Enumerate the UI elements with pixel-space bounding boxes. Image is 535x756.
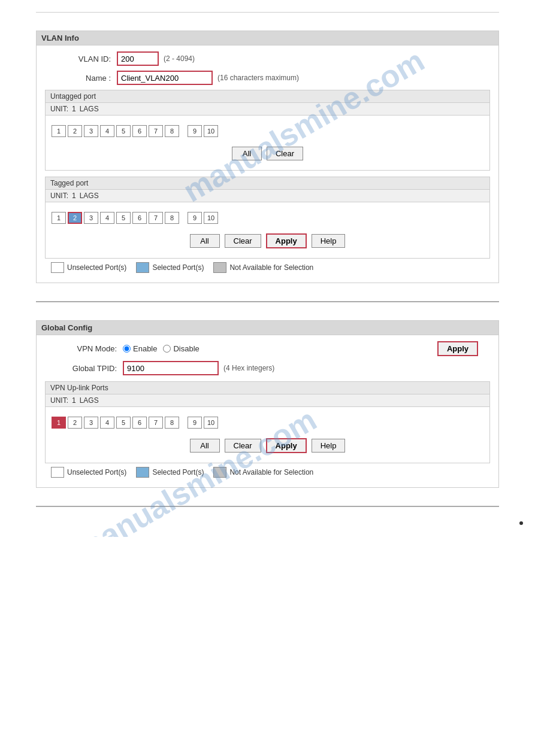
vpn-disable-text: Disable [173,344,199,353]
untagged-port-row: 1 2 3 4 5 6 7 8 9 10 [52,120,483,142]
untagged-port-3[interactable]: 3 [84,125,98,137]
legend-unavailable-label: Not Available for Selection [229,263,313,272]
tagged-clear-button[interactable]: Clear [225,234,261,248]
top-divider [36,12,499,13]
untagged-clear-button[interactable]: Clear [267,147,303,160]
vpn-enable-radio[interactable] [123,345,131,353]
tagged-unit-label: UNIT: [50,192,68,200]
global-tpid-hint: (4 Hex integers) [223,364,274,372]
vlan-id-hint: (2 - 4094) [164,54,195,63]
untagged-port-section: Untagged port UNIT: 1 LAGS 1 2 3 4 5 6 7 [45,90,490,171]
untagged-port-10[interactable]: 10 [204,125,218,137]
vpn-legend-unavailable-box [213,467,226,478]
legend-unavailable-box [213,262,226,273]
vpn-legend-unselected-box [51,467,64,478]
vpn-legend-unavailable: Not Available for Selection [213,467,313,478]
untagged-unit-label: UNIT: [50,105,68,113]
vpn-mode-row: VPN Mode: Enable Disable Apply [45,341,490,356]
vlan-id-input[interactable] [117,51,159,66]
vpn-port-1[interactable]: 1 [52,417,66,429]
tagged-port-10[interactable]: 10 [204,212,218,224]
vpn-legend-row: Unselected Port(s) Selected Port(s) Not … [45,463,490,481]
vpn-enable-label[interactable]: Enable [123,344,157,353]
global-tpid-input[interactable] [123,361,219,375]
vpn-legend-selected: Selected Port(s) [136,467,204,478]
untagged-port-5[interactable]: 5 [116,125,131,137]
vpn-uplink-unit-label: UNIT: [50,396,68,405]
untagged-port-6[interactable]: 6 [132,125,147,137]
vpn-port-2[interactable]: 2 [68,417,82,429]
vpn-port-7[interactable]: 7 [149,417,163,429]
name-label: Name : [45,74,117,83]
tagged-help-button[interactable]: Help [312,234,346,248]
global-config-section: Global Config VPN Mode: Enable Disable [36,320,499,488]
mid-divider [36,301,499,302]
tagged-unit-row: UNIT: 1 LAGS [46,190,489,202]
untagged-unit-row: UNIT: 1 LAGS [46,103,489,116]
vpn-legend-selected-box [136,467,149,478]
vpn-port-5[interactable]: 5 [116,417,131,429]
untagged-port-4[interactable]: 4 [100,125,114,137]
tagged-button-row: All Clear Apply Help [52,229,483,253]
tagged-apply-button[interactable]: Apply [266,233,307,248]
vpn-port-3[interactable]: 3 [84,417,98,429]
global-config-apply-button[interactable]: Apply [437,341,478,356]
vpn-port-8[interactable]: 8 [165,417,179,429]
legend-selected-box [136,262,149,273]
vpn-disable-label[interactable]: Disable [163,344,199,353]
tagged-port-6[interactable]: 6 [132,212,147,224]
vpn-uplink-section: VPN Up-link Ports UNIT: 1 LAGS 1 2 3 4 5… [45,381,490,463]
tagged-port-3[interactable]: 3 [84,212,98,224]
untagged-button-row: All Clear [52,142,483,165]
legend-unselected-label: Unselected Port(s) [67,263,126,272]
vpn-apply-button[interactable]: Apply [266,438,307,453]
global-config-title: Global Config [37,321,498,335]
vlan-id-label: VLAN ID: [45,54,117,63]
untagged-port-9[interactable]: 9 [188,125,202,137]
untagged-port-1[interactable]: 1 [52,125,66,137]
untagged-all-button[interactable]: All [232,147,262,160]
tagged-all-button[interactable]: All [190,234,220,248]
name-input[interactable] [117,71,213,85]
tagged-port-7[interactable]: 7 [149,212,163,224]
tagged-port-row: 1 2 3 4 5 6 7 8 9 10 [52,207,483,229]
tagged-port-1[interactable]: 1 [52,212,66,224]
vpn-help-button[interactable]: Help [312,439,346,453]
vlan-legend-row: Unselected Port(s) Selected Port(s) Not … [45,259,490,277]
vpn-clear-button[interactable]: Clear [225,439,261,453]
tagged-port-section: Tagged port UNIT: 1 LAGS 1 2 3 4 5 6 7 [45,177,490,259]
vpn-legend-unselected: Unselected Port(s) [51,467,126,478]
vpn-port-10[interactable]: 10 [204,417,218,429]
tagged-unit-value: 1 [72,192,76,200]
tagged-port-5[interactable]: 5 [116,212,131,224]
untagged-port-7[interactable]: 7 [149,125,163,137]
vpn-uplink-unit-value: 1 [72,396,76,405]
vpn-legend-selected-label: Selected Port(s) [152,468,204,476]
tagged-port-title: Tagged port [46,177,489,190]
bottom-divider [36,506,499,507]
vpn-all-button[interactable]: All [190,439,220,453]
tagged-port-9[interactable]: 9 [188,212,202,224]
vpn-port-4[interactable]: 4 [100,417,114,429]
vpn-port-9[interactable]: 9 [188,417,202,429]
untagged-port-8[interactable]: 8 [165,125,179,137]
vlan-id-row: VLAN ID: (2 - 4094) [45,51,490,66]
vpn-uplink-lags-label: LAGS [80,396,99,405]
vpn-legend-unselected-label: Unselected Port(s) [67,468,126,476]
vpn-mode-label: VPN Mode: [45,344,123,353]
vpn-port-6[interactable]: 6 [132,417,147,429]
vpn-legend-unavailable-label: Not Available for Selection [229,468,313,476]
untagged-port-2[interactable]: 2 [68,125,82,137]
vpn-uplink-button-row: All Clear Apply Help [52,433,483,458]
vlan-info-title: VLAN Info [37,31,498,45]
legend-unselected-box [51,262,64,273]
vpn-disable-radio[interactable] [163,345,171,353]
tagged-port-4[interactable]: 4 [100,212,114,224]
tagged-lags-label: LAGS [80,192,99,200]
tagged-port-8[interactable]: 8 [165,212,179,224]
bottom-dot [519,521,523,525]
tagged-port-2[interactable]: 2 [68,212,82,224]
vpn-uplink-unit-row: UNIT: 1 LAGS [46,394,489,407]
vpn-mode-radio-group: Enable Disable [123,344,200,353]
legend-unselected: Unselected Port(s) [51,262,126,273]
